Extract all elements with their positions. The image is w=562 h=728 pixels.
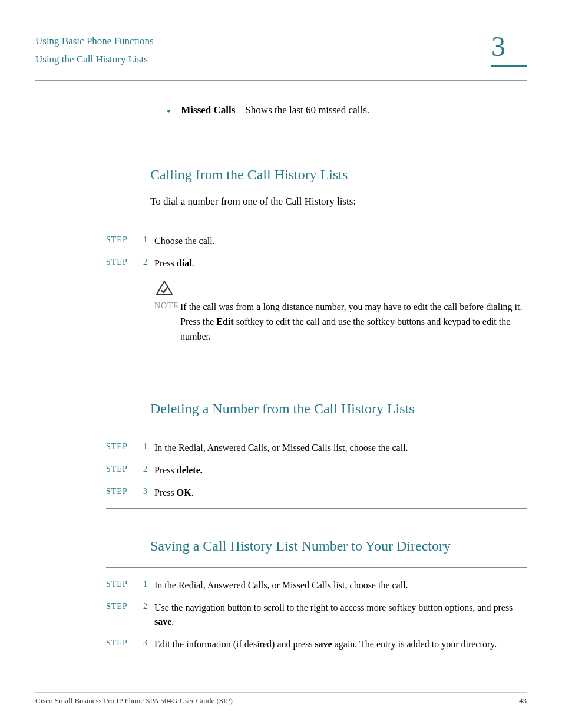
note-body: If the call was from a long distance num… — [180, 300, 527, 344]
step-number: 1 — [135, 441, 147, 452]
section-heading: Saving a Call History List Number to You… — [150, 538, 527, 554]
step-body: Press delete. — [154, 463, 527, 477]
step-row: STEP 3 Edit the information (if desired)… — [106, 637, 527, 651]
note-icon — [156, 280, 173, 297]
note-top-rule — [179, 295, 527, 295]
step-body: Press OK. — [154, 486, 527, 500]
note-bold: Edit — [216, 317, 233, 327]
section-end-rule-wrap — [150, 371, 527, 371]
step-row: STEP 1 In the Redial, Answered Calls, or… — [106, 578, 527, 592]
section-deleting-steps: STEP 1 In the Redial, Answered Calls, or… — [106, 430, 527, 509]
step-text: Press — [154, 487, 177, 498]
breadcrumb: Using Basic Phone Functions Using the Ca… — [35, 32, 154, 68]
step-row: STEP 1 Choose the call. — [106, 234, 527, 248]
section-deleting: Deleting a Number from the Call History … — [150, 401, 527, 417]
step-body: Choose the call. — [154, 234, 527, 248]
section-calling: Calling from the Call History Lists To d… — [150, 167, 527, 207]
section-heading: Deleting a Number from the Call History … — [150, 401, 527, 417]
section-heading: Calling from the Call History Lists — [150, 167, 527, 183]
section-calling-steps: STEP 1 Choose the call. STEP 2 Press dia… — [106, 223, 527, 353]
chapter-underline — [491, 65, 527, 67]
section-saving-steps: STEP 1 In the Redial, Answered Calls, or… — [106, 567, 527, 660]
step-body: Press dial. — [154, 256, 527, 271]
step-body: Use the navigation button to scroll to t… — [154, 601, 527, 629]
section-rule — [106, 508, 527, 509]
step-label: STEP — [106, 441, 135, 452]
step-body: In the Redial, Answered Calls, or Missed… — [154, 441, 527, 455]
bullet-section: • Missed Calls—Shows the last 60 missed … — [150, 104, 527, 137]
step-number: 2 — [135, 256, 147, 267]
footer-page-number: 43 — [519, 696, 527, 706]
step-row: STEP 1 In the Redial, Answered Calls, or… — [106, 441, 527, 455]
section-rule — [150, 371, 527, 371]
step-label: STEP — [106, 486, 135, 496]
header-rule — [35, 80, 527, 81]
step-post: . — [171, 617, 174, 627]
chapter-number: 3 — [491, 32, 527, 61]
step-bold: dial — [177, 258, 192, 268]
step-label: STEP — [106, 578, 135, 589]
bullet-rest: —Shows the last 60 missed calls. — [235, 104, 369, 116]
step-text: Use the navigation button to scroll to t… — [154, 602, 513, 612]
chapter-indicator: 3 — [491, 32, 527, 67]
note-bottom-rule — [180, 353, 527, 353]
step-label: STEP — [106, 234, 135, 245]
step-row: STEP 3 Press OK. — [106, 486, 527, 500]
breadcrumb-line-1: Using Basic Phone Functions — [35, 32, 154, 51]
step-body: In the Redial, Answered Calls, or Missed… — [154, 578, 527, 592]
step-row: STEP 2 Press delete. — [106, 463, 527, 477]
note-label: NOTE — [154, 300, 180, 344]
step-number: 1 — [135, 578, 147, 589]
step-post: . — [191, 487, 194, 498]
step-number: 2 — [135, 601, 147, 611]
bullet-bold: Missed Calls — [181, 104, 235, 116]
step-number: 2 — [135, 463, 147, 474]
page-header: Using Basic Phone Functions Using the Ca… — [35, 32, 527, 68]
section-intro: To dial a number from one of the Call Hi… — [150, 196, 527, 207]
breadcrumb-line-2: Using the Call History Lists — [35, 51, 154, 69]
step-post: again. The entry is added to your direct… — [332, 639, 497, 649]
step-number: 3 — [135, 637, 147, 648]
section-rule — [106, 660, 527, 660]
step-number: 3 — [135, 486, 147, 496]
steps-rule — [106, 223, 527, 223]
step-bold: save — [315, 639, 332, 649]
step-bold: save — [154, 617, 171, 627]
step-bold: delete. — [177, 465, 203, 475]
step-text: Press — [154, 258, 177, 268]
step-text: Press — [154, 465, 177, 475]
note-block: NOTE If the call was from a long distanc… — [154, 280, 527, 353]
step-number: 1 — [135, 234, 147, 245]
steps-rule — [106, 567, 527, 568]
step-text: Edit the information (if desired) and pr… — [154, 639, 315, 649]
bullet-text: Missed Calls—Shows the last 60 missed ca… — [181, 104, 527, 119]
page-footer: Cisco Small Business Pro IP Phone SPA 50… — [35, 692, 527, 706]
section-saving: Saving a Call History List Number to You… — [150, 538, 527, 554]
section-rule — [150, 137, 527, 137]
step-row: STEP 2 Press dial. — [106, 256, 527, 271]
step-label: STEP — [106, 256, 135, 267]
step-post: . — [192, 258, 194, 268]
bullet-icon: • — [167, 104, 170, 119]
step-label: STEP — [106, 637, 135, 648]
footer-title: Cisco Small Business Pro IP Phone SPA 50… — [35, 696, 233, 706]
steps-rule — [106, 430, 527, 430]
step-label: STEP — [106, 601, 135, 611]
step-body: Edit the information (if desired) and pr… — [154, 637, 527, 651]
step-row: STEP 2 Use the navigation button to scro… — [106, 601, 527, 629]
step-label: STEP — [106, 463, 135, 474]
step-bold: OK — [177, 487, 191, 498]
